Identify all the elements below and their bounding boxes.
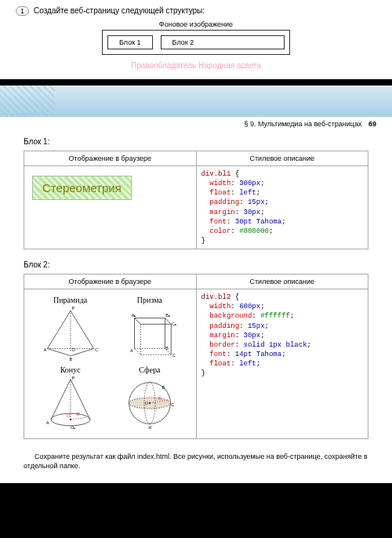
svg-text:R: R	[158, 396, 162, 401]
svg-text:R: R	[76, 412, 79, 416]
sphere-icon: O R B C A'	[118, 376, 181, 431]
sphere-title: Сфера	[111, 365, 187, 374]
shape-prism: Призма A₁ B₁ C₁ A	[111, 296, 187, 362]
page-bottom: § 9. Мультимедиа на веб-страницах 69 Бло…	[0, 85, 392, 483]
th-style2: Стилевое описание	[196, 274, 368, 289]
task-row: 1 Создайте веб-страницу следующей структ…	[16, 6, 376, 16]
th-style: Стилевое описание	[196, 151, 368, 166]
svg-text:O: O	[67, 413, 70, 418]
block2-browser-cell: Пирамида P A C B O	[24, 289, 197, 439]
svg-text:O₁: O₁	[71, 426, 75, 431]
block1-css-cell: div.bl1 { width: 300px; float: left; pad…	[196, 166, 368, 249]
cone-title: Конус	[32, 365, 108, 374]
block2-css-cell: div.bl2 { width: 600px; background: #fff…	[196, 289, 368, 439]
svg-text:C₁: C₁	[172, 322, 176, 326]
stereo-box: Стереометрия	[32, 176, 132, 200]
cone-icon: P O R O₁ A	[39, 376, 102, 431]
section-text: § 9. Мультимедиа на веб-страницах	[244, 120, 361, 128]
svg-line-24	[71, 417, 88, 420]
footnote: Сохраните результат как файл index.html.…	[0, 445, 392, 474]
svg-text:P: P	[71, 307, 74, 311]
th-browser: Отображение в браузере	[24, 151, 197, 166]
svg-text:C: C	[172, 353, 176, 358]
block2-label: Блок 2:	[24, 260, 368, 269]
block1-table: Отображение в браузере Стилевое описание…	[24, 151, 368, 249]
svg-text:B: B	[162, 385, 165, 390]
task-text: Создайте веб-страницу следующей структур…	[34, 6, 205, 15]
structure-diagram: Фоновое изображение Блок 1 Блок 2	[102, 20, 290, 55]
page-number: 69	[368, 120, 376, 128]
pyramid-icon: P A C B O	[39, 306, 102, 361]
svg-text:A₁: A₁	[132, 313, 136, 318]
task-number: 1	[16, 6, 29, 16]
svg-text:B₁: B₁	[165, 313, 170, 318]
shape-cone: Конус P O R O₁	[32, 365, 108, 432]
svg-text:B: B	[69, 357, 72, 361]
bg-label: Фоновое изображение	[102, 20, 290, 28]
shapes-grid: Пирамида P A C B O	[29, 293, 191, 435]
block1-box: Блок 1	[107, 35, 153, 49]
pyramid-title: Пирамида	[32, 296, 108, 304]
diagram-box: Блок 1 Блок 2	[102, 30, 290, 55]
svg-text:A': A'	[148, 426, 152, 431]
svg-text:A: A	[46, 420, 49, 425]
th-browser2: Отображение в браузере	[24, 274, 197, 289]
svg-text:O: O	[145, 401, 148, 405]
svg-point-35	[149, 402, 151, 404]
block2-table: Отображение в браузере Стилевое описание…	[24, 274, 368, 439]
header-strip	[0, 85, 392, 117]
shape-pyramid: Пирамида P A C B O	[32, 296, 108, 362]
prism-title: Призма	[111, 296, 187, 304]
section-title: § 9. Мультимедиа на веб-страницах 69	[0, 117, 392, 131]
svg-text:O: O	[71, 347, 74, 352]
svg-text:C: C	[171, 402, 174, 407]
block2-label: Блок 2	[172, 38, 194, 46]
page-top: 1 Создайте веб-страницу следующей структ…	[0, 0, 392, 79]
block2-box: Блок 2	[161, 35, 285, 49]
svg-text:P: P	[71, 376, 74, 380]
svg-point-25	[69, 419, 71, 420]
shape-sphere: Сфера O R B C A'	[111, 365, 187, 432]
content: Блок 1: Отображение в браузере Стилевое …	[0, 131, 392, 445]
watermark: Правообладатель Народная асвета	[16, 61, 376, 70]
block1-label: Блок 1:	[24, 137, 368, 146]
svg-text:A: A	[130, 348, 133, 353]
svg-text:C: C	[95, 347, 98, 352]
svg-text:A: A	[43, 347, 46, 352]
svg-text:B: B	[165, 346, 169, 351]
prism-icon: A₁ B₁ C₁ A B C	[118, 306, 181, 361]
svg-marker-8	[134, 318, 171, 325]
block1-browser-cell: Стереометрия	[24, 166, 197, 249]
